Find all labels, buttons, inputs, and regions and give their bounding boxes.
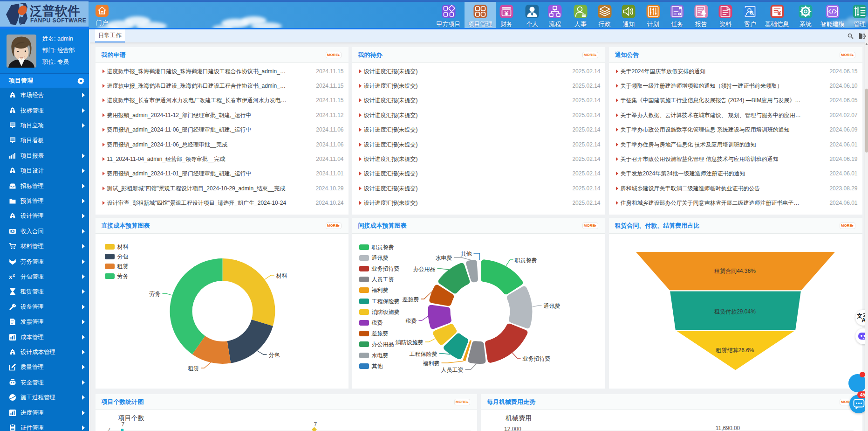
svg-text:租赁结算26.6%: 租赁结算26.6% (715, 347, 754, 354)
svg-text:机械费用: 机械费用 (506, 414, 532, 422)
svg-text:通讯费: 通讯费 (543, 303, 560, 309)
svg-text:租赁合同44.36%: 租赁合同44.36% (714, 268, 756, 274)
svg-text:租赁付款29.04%: 租赁付款29.04% (714, 308, 756, 315)
svg-text:差旅费: 差旅费 (402, 296, 419, 303)
svg-text:12,000: 12,000 (504, 426, 521, 431)
svg-text:项目个数: 项目个数 (118, 414, 144, 422)
svg-text:2: 2 (13, 273, 15, 278)
svg-text:办公用品: 办公用品 (413, 266, 435, 272)
svg-text:人员工资: 人员工资 (441, 367, 463, 373)
svg-text:分包: 分包 (268, 352, 280, 358)
svg-text:税费: 税费 (405, 318, 417, 324)
svg-text:工程保险费: 工程保险费 (409, 351, 437, 357)
svg-text:租赁: 租赁 (187, 365, 199, 372)
svg-text:11,690.00: 11,690.00 (716, 425, 740, 431)
svg-text:福利费: 福利费 (422, 360, 439, 367)
svg-text:业务招待费: 业务招待费 (522, 355, 550, 362)
svg-text:x: x (9, 273, 13, 280)
svg-text:水电费: 水电费 (435, 255, 452, 261)
svg-text:消防设施费: 消防设施费 (395, 339, 423, 346)
svg-text:劳务: 劳务 (149, 291, 160, 297)
svg-text:职员餐费: 职员餐费 (514, 257, 537, 264)
svg-text:7: 7 (107, 427, 110, 431)
svg-text:其他: 其他 (460, 250, 472, 257)
svg-text:7: 7 (121, 421, 124, 428)
svg-text:材料: 材料 (275, 272, 287, 279)
